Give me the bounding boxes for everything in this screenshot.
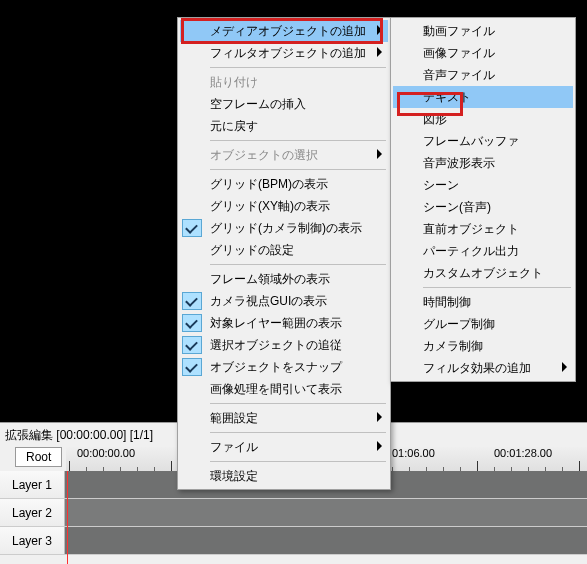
ruler-time-label: 00:00:00.00 bbox=[77, 447, 135, 459]
menu-item-label: カスタムオブジェクト bbox=[423, 265, 543, 282]
menu-item[interactable]: 環境設定 bbox=[180, 465, 388, 487]
menu-item[interactable]: グリッド(カメラ制御)の表示 bbox=[180, 217, 388, 239]
menu-item[interactable]: グループ制御 bbox=[393, 313, 573, 335]
menu-item[interactable]: シーン(音声) bbox=[393, 196, 573, 218]
menu-separator bbox=[210, 403, 386, 404]
check-icon bbox=[182, 292, 202, 310]
layer-row[interactable]: Layer 2 bbox=[0, 499, 587, 527]
menu-item-label: シーン(音声) bbox=[423, 199, 491, 216]
layer-label[interactable]: Layer 2 bbox=[0, 499, 65, 526]
menu-item-label: オブジェクトをスナップ bbox=[210, 359, 342, 376]
menu-item[interactable]: 範囲設定 bbox=[180, 407, 388, 429]
menu-item[interactable]: シーン bbox=[393, 174, 573, 196]
menu-item[interactable]: フィルタ効果の追加 bbox=[393, 357, 573, 379]
menu-item-label: フレーム領域外の表示 bbox=[210, 271, 330, 288]
layer-label[interactable]: Layer 1 bbox=[0, 471, 65, 498]
menu-item[interactable]: フレーム領域外の表示 bbox=[180, 268, 388, 290]
ruler-time-label: 00:01:28.00 bbox=[494, 447, 552, 459]
menu-item[interactable]: 対象レイヤー範囲の表示 bbox=[180, 312, 388, 334]
menu-item[interactable]: 時間制御 bbox=[393, 291, 573, 313]
menu-item-label: 図形 bbox=[423, 111, 447, 128]
layer-row[interactable]: Layer 3 bbox=[0, 527, 587, 555]
layer-label[interactable]: Layer 3 bbox=[0, 527, 65, 554]
check-icon bbox=[182, 336, 202, 354]
menu-item-label: シーン bbox=[423, 177, 459, 194]
menu-item-label: フィルタオブジェクトの追加 bbox=[210, 45, 366, 62]
menu-item[interactable]: 画像処理を間引いて表示 bbox=[180, 378, 388, 400]
check-icon bbox=[182, 358, 202, 376]
chevron-right-icon bbox=[377, 149, 382, 159]
menu-item-label: 空フレームの挿入 bbox=[210, 96, 306, 113]
context-menu-main: メディアオブジェクトの追加フィルタオブジェクトの追加貼り付け空フレームの挿入元に… bbox=[177, 17, 391, 490]
menu-separator bbox=[210, 264, 386, 265]
menu-item-label: パーティクル出力 bbox=[423, 243, 519, 260]
menu-item-label: ファイル bbox=[210, 439, 258, 456]
menu-item: オブジェクトの選択 bbox=[180, 144, 388, 166]
menu-item[interactable]: グリッドの設定 bbox=[180, 239, 388, 261]
menu-item-label: 音声ファイル bbox=[423, 67, 495, 84]
menu-item-label: フレームバッファ bbox=[423, 133, 519, 150]
menu-item-label: 対象レイヤー範囲の表示 bbox=[210, 315, 342, 332]
menu-item[interactable]: 動画ファイル bbox=[393, 20, 573, 42]
menu-item-label: 画像ファイル bbox=[423, 45, 495, 62]
menu-item[interactable]: 選択オブジェクトの追従 bbox=[180, 334, 388, 356]
menu-item-label: グリッド(XY軸)の表示 bbox=[210, 198, 330, 215]
menu-separator bbox=[210, 169, 386, 170]
menu-item[interactable]: フィルタオブジェクトの追加 bbox=[180, 42, 388, 64]
menu-item-label: 選択オブジェクトの追従 bbox=[210, 337, 342, 354]
menu-item[interactable]: 直前オブジェクト bbox=[393, 218, 573, 240]
menu-item[interactable]: テキスト bbox=[393, 86, 573, 108]
chevron-right-icon bbox=[377, 441, 382, 451]
menu-item-label: 貼り付け bbox=[210, 74, 258, 91]
menu-item-label: フィルタ効果の追加 bbox=[423, 360, 531, 377]
menu-item[interactable]: フレームバッファ bbox=[393, 130, 573, 152]
menu-item-label: グループ制御 bbox=[423, 316, 495, 333]
menu-item-label: テキスト bbox=[423, 89, 471, 106]
layer-track[interactable] bbox=[65, 527, 587, 554]
menu-item-label: 動画ファイル bbox=[423, 23, 495, 40]
menu-item[interactable]: パーティクル出力 bbox=[393, 240, 573, 262]
check-icon bbox=[182, 219, 202, 237]
menu-item-label: カメラ制御 bbox=[423, 338, 483, 355]
menu-item[interactable]: グリッド(XY軸)の表示 bbox=[180, 195, 388, 217]
menu-item[interactable]: 音声波形表示 bbox=[393, 152, 573, 174]
menu-separator bbox=[210, 461, 386, 462]
menu-item[interactable]: カスタムオブジェクト bbox=[393, 262, 573, 284]
root-button[interactable]: Root bbox=[15, 447, 62, 467]
menu-item-label: 画像処理を間引いて表示 bbox=[210, 381, 342, 398]
timeline-title: 拡張編集 [00:00:00.00] [1/1] bbox=[5, 427, 153, 444]
menu-separator bbox=[210, 140, 386, 141]
menu-item[interactable]: 画像ファイル bbox=[393, 42, 573, 64]
menu-item-label: グリッドの設定 bbox=[210, 242, 294, 259]
menu-item[interactable]: メディアオブジェクトの追加 bbox=[180, 20, 388, 42]
menu-item-label: 環境設定 bbox=[210, 468, 258, 485]
menu-separator bbox=[210, 432, 386, 433]
menu-item[interactable]: カメラ制御 bbox=[393, 335, 573, 357]
chevron-right-icon bbox=[377, 47, 382, 57]
playhead[interactable] bbox=[67, 471, 68, 564]
menu-separator bbox=[210, 67, 386, 68]
menu-item[interactable]: ファイル bbox=[180, 436, 388, 458]
menu-item-label: グリッド(BPM)の表示 bbox=[210, 176, 328, 193]
context-menu-sub: 動画ファイル画像ファイル音声ファイルテキスト図形フレームバッファ音声波形表示シー… bbox=[390, 17, 576, 382]
menu-item[interactable]: グリッド(BPM)の表示 bbox=[180, 173, 388, 195]
menu-item[interactable]: オブジェクトをスナップ bbox=[180, 356, 388, 378]
menu-item[interactable]: 元に戻す bbox=[180, 115, 388, 137]
check-icon bbox=[182, 314, 202, 332]
menu-separator bbox=[423, 287, 571, 288]
menu-item-label: 元に戻す bbox=[210, 118, 258, 135]
menu-item-label: カメラ視点GUIの表示 bbox=[210, 293, 327, 310]
menu-item[interactable]: 音声ファイル bbox=[393, 64, 573, 86]
ruler-time-label: 01:06.00 bbox=[392, 447, 435, 459]
menu-item-label: メディアオブジェクトの追加 bbox=[210, 23, 366, 40]
menu-item[interactable]: 図形 bbox=[393, 108, 573, 130]
menu-item: 貼り付け bbox=[180, 71, 388, 93]
chevron-right-icon bbox=[377, 412, 382, 422]
chevron-right-icon bbox=[377, 25, 382, 35]
menu-item-label: 直前オブジェクト bbox=[423, 221, 519, 238]
menu-item[interactable]: カメラ視点GUIの表示 bbox=[180, 290, 388, 312]
menu-item-label: オブジェクトの選択 bbox=[210, 147, 318, 164]
menu-item[interactable]: 空フレームの挿入 bbox=[180, 93, 388, 115]
layer-track[interactable] bbox=[65, 499, 587, 526]
chevron-right-icon bbox=[562, 362, 567, 372]
